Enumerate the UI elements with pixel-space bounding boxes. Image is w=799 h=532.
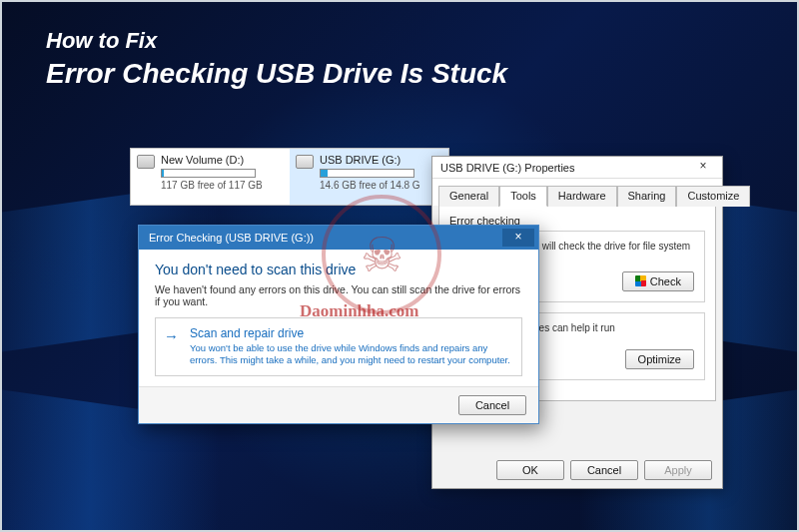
explorer-drives-panel: New Volume (D:) 117 GB free of 117 GB US… [130, 148, 449, 206]
headline-line1: How to Fix [46, 28, 507, 54]
check-button[interactable]: Check [622, 271, 694, 291]
scan-option-title: Scan and repair drive [190, 326, 511, 340]
tab-customize[interactable]: Customize [676, 186, 750, 207]
drive-free-text: 14.6 GB free of 14.8 G [320, 180, 440, 191]
close-icon[interactable]: × [688, 159, 718, 177]
article-headline: How to Fix Error Checking USB Drive Is S… [46, 28, 507, 91]
error-checking-dlg-title: Error Checking (USB DRIVE (G:)) [149, 232, 314, 244]
cancel-button[interactable]: Cancel [570, 460, 638, 480]
tab-hardware[interactable]: Hardware [547, 186, 617, 207]
tab-sharing[interactable]: Sharing [617, 186, 677, 207]
properties-tabs: General Tools Hardware Sharing Customize [432, 179, 722, 206]
scan-option-desc: You won't be able to use the drive while… [190, 342, 511, 367]
drive-label: New Volume (D:) [161, 154, 282, 166]
apply-button[interactable]: Apply [644, 460, 712, 480]
capacity-bar [320, 169, 414, 178]
properties-title: USB DRIVE (G:) Properties [440, 162, 574, 174]
optimize-button[interactable]: Optimize [625, 349, 694, 369]
scan-and-repair-option[interactable]: → Scan and repair drive You won't be abl… [155, 317, 522, 376]
properties-titlebar[interactable]: USB DRIVE (G:) Properties × [432, 157, 722, 179]
tab-general[interactable]: General [438, 186, 499, 207]
error-checking-heading: You don't need to scan this drive [155, 262, 522, 277]
error-checking-subtext: We haven't found any errors on this driv… [155, 283, 522, 307]
drive-free-text: 117 GB free of 117 GB [161, 180, 282, 191]
cancel-button[interactable]: Cancel [458, 395, 526, 415]
ok-button[interactable]: OK [496, 460, 564, 480]
close-icon[interactable]: × [502, 229, 534, 247]
error-checking-dialog: Error Checking (USB DRIVE (G:)) × You do… [138, 225, 539, 424]
headline-line2: Error Checking USB Drive Is Stuck [46, 56, 507, 91]
hard-drive-icon [137, 155, 155, 169]
arrow-right-icon: → [164, 327, 179, 344]
capacity-bar [161, 169, 256, 178]
error-checking-titlebar[interactable]: Error Checking (USB DRIVE (G:)) × [139, 226, 538, 250]
usb-drive-icon [296, 155, 314, 169]
properties-dialog-buttons: OK Cancel Apply [496, 460, 712, 480]
drive-label: USB DRIVE (G:) [320, 154, 440, 166]
drive-d[interactable]: New Volume (D:) 117 GB free of 117 GB [131, 149, 290, 205]
tab-tools[interactable]: Tools [499, 186, 547, 207]
drive-g-usb[interactable]: USB DRIVE (G:) 14.6 GB free of 14.8 G [290, 149, 448, 205]
